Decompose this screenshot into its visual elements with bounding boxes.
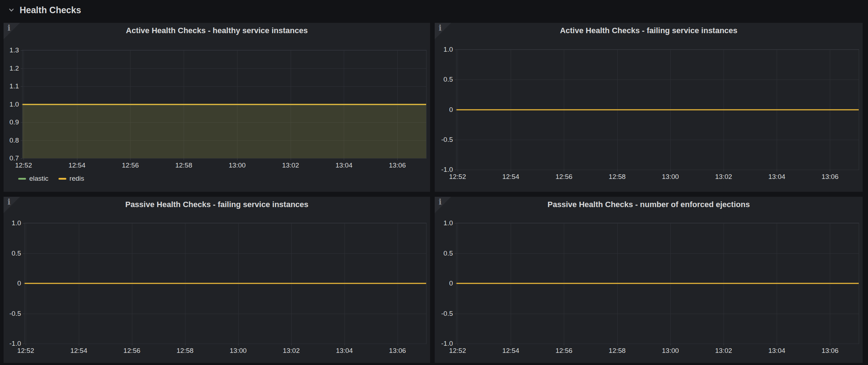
grid-line-horizontal — [25, 314, 426, 314]
grid-line-horizontal — [456, 344, 859, 344]
y-axis-tick-label: 1.0 — [444, 219, 453, 227]
x-axis-tick-label: 13:00 — [662, 347, 679, 355]
x-axis-tick-mark — [77, 158, 77, 160]
grid-line-horizontal — [25, 253, 426, 254]
x-axis-tick-label: 13:02 — [283, 347, 300, 355]
x-axis-tick-label: 13:04 — [336, 161, 353, 169]
y-axis-tick-label: 0.5 — [444, 250, 453, 257]
x-axis-tick-mark — [830, 170, 830, 171]
y-axis-tick-label: -1.0 — [441, 166, 453, 174]
y-axis-tick-label: -0.5 — [9, 310, 21, 318]
x-axis-tick-mark — [238, 344, 239, 345]
x-axis-tick-mark — [617, 344, 618, 345]
y-axis-tick-label: -0.5 — [441, 136, 453, 144]
x-axis-tick-label: 12:52 — [15, 161, 32, 169]
series-fill-redis — [22, 104, 426, 159]
y-axis-tick-label: 0.5 — [12, 250, 21, 257]
y-axis-tick-mark — [455, 140, 456, 140]
x-axis-tick-label: 12:56 — [123, 347, 141, 355]
x-axis-tick-mark — [777, 170, 777, 171]
grid-line-horizontal — [25, 223, 426, 223]
x-axis-tick-mark — [291, 344, 292, 345]
x-axis-tick-mark — [670, 344, 671, 345]
dashboard-row-header[interactable]: Health Checks — [0, 0, 868, 20]
x-axis-tick-mark — [458, 170, 458, 171]
x-axis-tick-label: 12:54 — [502, 173, 519, 181]
y-axis-tick-mark — [455, 253, 456, 254]
legend-label-elastic: elastic — [29, 175, 48, 182]
grid-line-horizontal — [456, 314, 859, 314]
x-axis-tick-label: 12:58 — [177, 347, 194, 355]
panel-active-health-checks-failing: i Active Health Checks - failing service… — [435, 23, 863, 192]
x-axis-tick-mark — [291, 158, 291, 160]
series-line-redis — [22, 104, 426, 105]
x-axis-tick-label: 13:06 — [822, 173, 839, 181]
x-axis-tick-label: 12:52 — [17, 347, 34, 355]
y-axis-tick-mark — [23, 344, 25, 344]
x-axis-tick-label: 13:02 — [282, 161, 299, 169]
panel-passive-health-checks-failing: i Passive Health Checks - failing servic… — [4, 197, 430, 363]
y-axis-tick-mark — [23, 223, 25, 223]
chevron-down-icon — [8, 6, 15, 14]
x-axis-tick-mark — [398, 344, 398, 345]
x-axis-tick-label: 13:04 — [768, 173, 785, 181]
y-axis-tick-mark — [23, 253, 25, 254]
series-line-0 — [456, 109, 859, 110]
panel-active-health-checks-healthy: i Active Health Checks - healthy service… — [4, 23, 430, 192]
x-axis-tick-mark — [130, 158, 131, 160]
y-axis-tick-label: 0 — [17, 279, 21, 287]
series-line-0 — [25, 283, 426, 284]
y-axis-tick-mark — [21, 158, 22, 159]
grid-line-horizontal — [22, 86, 426, 87]
y-axis-tick-mark — [21, 86, 22, 87]
y-axis-tick-label: -0.5 — [441, 310, 453, 318]
y-axis-tick-mark — [455, 344, 456, 344]
y-axis-tick-label: 1.3 — [10, 46, 19, 54]
x-axis-tick-label: 12:54 — [68, 161, 86, 169]
y-axis-tick-label: 0 — [449, 106, 453, 114]
x-axis-tick-mark — [24, 158, 24, 160]
x-axis-tick-mark — [724, 344, 724, 345]
x-axis-tick-label: 12:58 — [175, 161, 192, 169]
chart-legend: elasticredis — [18, 175, 84, 182]
panel-title[interactable]: Active Health Checks - healthy service i… — [4, 26, 430, 35]
chart-plot-area[interactable]: 1.31.21.11.00.90.80.712:5212:5412:5612:5… — [22, 50, 427, 159]
grid-line-horizontal — [456, 253, 859, 254]
y-axis-tick-label: -1.0 — [441, 340, 453, 348]
y-axis-tick-label: 1.0 — [444, 46, 453, 53]
y-axis-tick-mark — [21, 68, 22, 69]
grid-line-horizontal — [22, 68, 426, 69]
x-axis-tick-mark — [564, 344, 564, 345]
x-axis-tick-label: 12:54 — [502, 347, 519, 355]
y-axis-tick-label: 0 — [449, 279, 453, 287]
legend-swatch-elastic — [18, 178, 26, 180]
x-axis-tick-mark — [397, 158, 398, 160]
x-axis-tick-mark — [344, 158, 344, 160]
panel-title[interactable]: Passive Health Checks - failing service … — [4, 200, 430, 209]
y-axis-tick-label: 1.2 — [10, 65, 19, 72]
panel-title[interactable]: Active Health Checks - failing service i… — [435, 26, 863, 35]
x-axis-tick-mark — [185, 344, 185, 345]
x-axis-tick-label: 12:52 — [449, 347, 466, 355]
row-title: Health Checks — [20, 5, 81, 15]
x-axis-tick-label: 13:06 — [389, 161, 406, 169]
grid-line-horizontal — [456, 50, 859, 50]
y-axis-tick-mark — [23, 314, 25, 314]
y-axis-tick-label: 1.0 — [12, 219, 21, 227]
legend-item-elastic[interactable]: elastic — [18, 175, 48, 182]
grid-line-horizontal — [456, 140, 859, 140]
chart-plot-area[interactable]: 1.00.50-0.5-1.012:5212:5412:5612:5813:00… — [456, 49, 859, 170]
x-axis-tick-mark — [26, 344, 26, 345]
grid-line-horizontal — [22, 50, 426, 51]
chart-plot-area[interactable]: 1.00.50-0.5-1.012:5212:5412:5612:5813:00… — [24, 223, 427, 344]
x-axis-tick-label: 13:02 — [715, 173, 732, 181]
y-axis-tick-label: 0.9 — [10, 118, 19, 126]
panel-title[interactable]: Passive Health Checks - number of enforc… — [435, 200, 863, 209]
series-line-0 — [456, 283, 859, 284]
x-axis-tick-mark — [777, 344, 777, 345]
legend-item-redis[interactable]: redis — [58, 175, 84, 182]
grid-line-horizontal — [456, 79, 859, 80]
chart-plot-area[interactable]: 1.00.50-0.5-1.012:5212:5412:5612:5813:00… — [456, 223, 859, 344]
x-axis-tick-mark — [132, 344, 132, 345]
x-axis-tick-label: 12:54 — [70, 347, 87, 355]
